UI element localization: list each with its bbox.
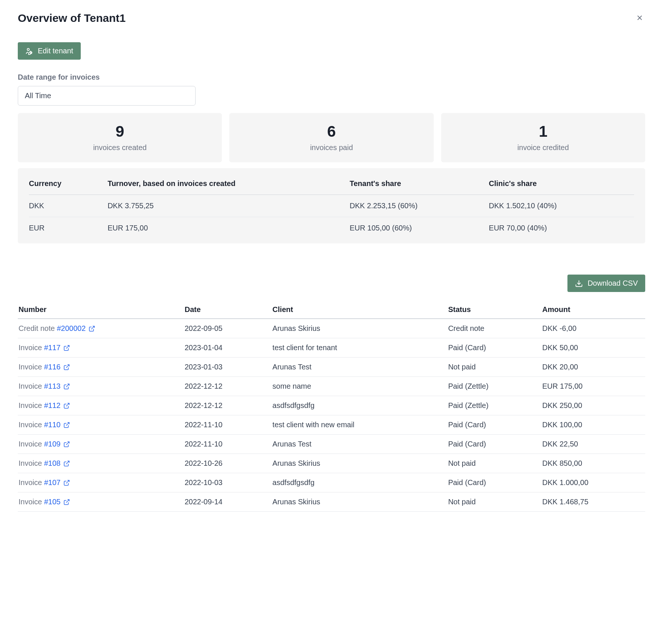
invoice-cell-amount: DKK 850,00 (539, 454, 645, 473)
external-link-icon (63, 499, 70, 505)
close-icon (636, 14, 644, 22)
date-range-select[interactable]: All Time (18, 86, 196, 106)
svg-line-11 (66, 461, 69, 464)
invoice-row: Invoice #1092022-11-10Arunas TestPaid (C… (18, 435, 645, 454)
svg-line-4 (91, 326, 94, 329)
invoice-cell-date: 2022-12-12 (181, 377, 269, 396)
summary-cell-clinic-share: EUR 70,00 (40%) (489, 217, 634, 239)
invoice-cell-date: 2022-10-03 (181, 473, 269, 492)
invoice-cell-number: Invoice #107 (18, 473, 181, 492)
summary-header-turnover: Turnover, based on invoices created (107, 173, 350, 195)
invoice-cell-date: 2022-11-10 (181, 435, 269, 454)
date-range-value: All Time (25, 92, 51, 100)
stat-label: invoice credited (449, 143, 638, 152)
invoice-row: Invoice #1102022-11-10test client with n… (18, 415, 645, 435)
invoice-cell-client: Arunas Test (269, 435, 444, 454)
summary-header-currency: Currency (29, 173, 107, 195)
invoice-link[interactable]: #108 (44, 459, 61, 468)
invoice-header-date: Date (181, 301, 269, 319)
invoice-link[interactable]: #113 (44, 382, 61, 391)
external-link-icon (63, 402, 70, 409)
invoice-cell-number: Invoice #108 (18, 454, 181, 473)
invoice-row: Invoice #1072022-10-03asdfsdfgsdfgPaid (… (18, 473, 645, 492)
invoice-cell-amount: DKK 50,00 (539, 338, 645, 358)
download-csv-button[interactable]: Download CSV (567, 275, 645, 292)
invoice-prefix: Invoice (19, 382, 44, 390)
invoice-cell-client: asdfsdfgsdfg (269, 473, 444, 492)
invoice-cell-status: Paid (Card) (444, 435, 539, 454)
invoice-cell-amount: DKK 20,00 (539, 358, 645, 377)
invoice-cell-amount: DKK 1.468,75 (539, 492, 645, 512)
invoice-row: Invoice #1052022-09-14Arunas SkiriusNot … (18, 492, 645, 512)
invoice-prefix: Credit note (19, 324, 57, 332)
invoice-prefix: Invoice (19, 363, 44, 371)
external-link-icon (89, 325, 95, 332)
external-link-icon (63, 441, 70, 448)
invoice-cell-number: Invoice #113 (18, 377, 181, 396)
invoice-cell-client: Arunas Skirius (269, 454, 444, 473)
invoice-cell-client: test client with new email (269, 415, 444, 435)
invoice-link[interactable]: #116 (44, 363, 61, 371)
invoice-cell-client: Arunas Skirius (269, 492, 444, 512)
external-link-icon (63, 460, 70, 467)
invoice-cell-client: asdfsdfgsdfg (269, 396, 444, 415)
invoice-prefix: Invoice (19, 421, 44, 429)
invoice-link[interactable]: #105 (44, 498, 61, 506)
summary-cell-clinic-share: DKK 1.502,10 (40%) (489, 195, 634, 217)
summary-cell-turnover: EUR 175,00 (107, 217, 350, 239)
invoice-prefix: Invoice (19, 401, 44, 409)
invoice-cell-amount: DKK 22,50 (539, 435, 645, 454)
download-icon (575, 279, 583, 288)
invoice-cell-date: 2022-09-05 (181, 319, 269, 338)
stat-label: invoices paid (237, 143, 426, 152)
invoice-link[interactable]: #117 (44, 343, 61, 352)
invoice-row: Invoice #1132022-12-12some namePaid (Zet… (18, 377, 645, 396)
svg-line-5 (66, 345, 69, 348)
close-button[interactable] (634, 12, 645, 24)
invoice-link[interactable]: #110 (44, 421, 61, 429)
external-link-icon (63, 345, 70, 351)
invoice-link[interactable]: #109 (44, 440, 61, 448)
invoice-row: Invoice #1172023-01-04test client for te… (18, 338, 645, 358)
invoice-cell-date: 2023-01-04 (181, 338, 269, 358)
page-title: Overview of Tenant1 (18, 12, 126, 24)
invoice-cell-amount: DKK 100,00 (539, 415, 645, 435)
stat-card: 1invoice credited (441, 113, 645, 162)
invoice-cell-date: 2023-01-03 (181, 358, 269, 377)
invoice-cell-number: Invoice #105 (18, 492, 181, 512)
invoice-cell-status: Paid (Card) (444, 415, 539, 435)
summary-cell-tenant-share: DKK 2.253,15 (60%) (350, 195, 489, 217)
invoice-cell-client: Arunas Skirius (269, 319, 444, 338)
invoice-row: Invoice #1122022-12-12asdfsdfgsdfgPaid (… (18, 396, 645, 415)
invoice-row: Invoice #1082022-10-26Arunas SkiriusNot … (18, 454, 645, 473)
summary-cell-turnover: DKK 3.755,25 (107, 195, 350, 217)
invoice-link[interactable]: #200002 (57, 324, 86, 333)
edit-tenant-button[interactable]: Edit tenant (18, 42, 81, 60)
invoice-cell-amount: DKK 1.000,00 (539, 473, 645, 492)
invoice-cell-status: Paid (Zettle) (444, 377, 539, 396)
invoice-link[interactable]: #107 (44, 478, 61, 487)
invoice-prefix: Invoice (19, 478, 44, 487)
invoice-cell-client: test client for tenant (269, 338, 444, 358)
invoice-cell-status: Not paid (444, 454, 539, 473)
invoice-cell-number: Invoice #109 (18, 435, 181, 454)
invoice-cell-number: Invoice #116 (18, 358, 181, 377)
invoice-cell-number: Invoice #112 (18, 396, 181, 415)
edit-tenant-label: Edit tenant (38, 47, 73, 55)
external-link-icon (63, 422, 70, 428)
date-range-label: Date range for invoices (18, 73, 645, 82)
invoice-cell-number: Invoice #117 (18, 338, 181, 358)
svg-line-12 (66, 480, 69, 483)
invoice-prefix: Invoice (19, 459, 44, 467)
invoice-link[interactable]: #112 (44, 401, 61, 410)
stat-card: 6invoices paid (229, 113, 433, 162)
invoice-cell-number: Credit note #200002 (18, 319, 181, 338)
invoice-cell-status: Not paid (444, 492, 539, 512)
svg-line-6 (66, 365, 69, 368)
invoice-header-amount: Amount (539, 301, 645, 319)
summary-table: Currency Turnover, based on invoices cre… (18, 168, 645, 243)
summary-cell-tenant-share: EUR 105,00 (60%) (350, 217, 489, 239)
stat-value: 1 (449, 123, 638, 140)
stat-value: 9 (25, 123, 214, 140)
invoice-cell-number: Invoice #110 (18, 415, 181, 435)
